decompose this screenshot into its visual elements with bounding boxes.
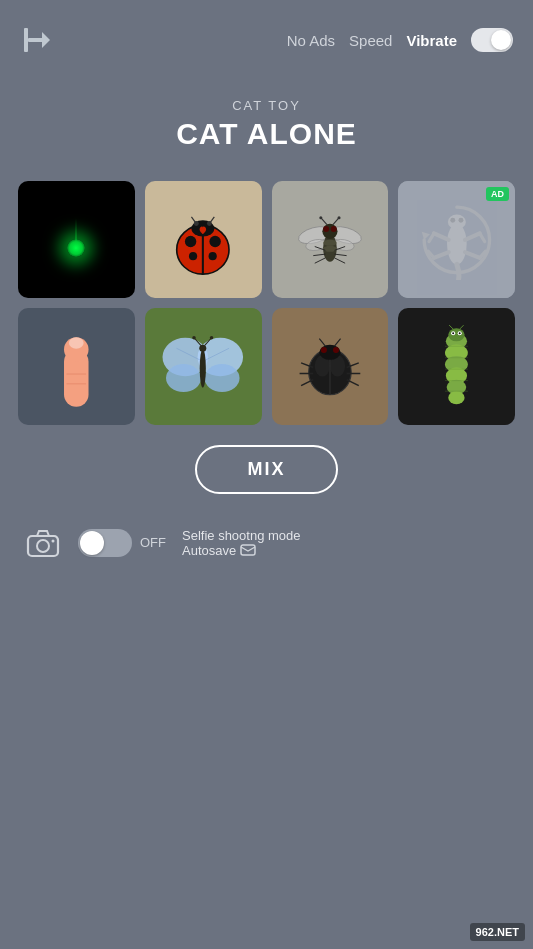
camera-icon[interactable] [24,524,62,562]
svg-point-7 [210,235,221,246]
svg-point-55 [166,364,201,392]
svg-marker-47 [421,231,429,239]
butterfly-icon [159,322,247,410]
svg-point-23 [323,226,329,232]
svg-point-101 [52,539,55,542]
svg-point-8 [189,252,197,260]
ad-badge: AD [486,187,509,201]
svg-point-21 [323,246,337,252]
game-grid: AD [0,181,533,425]
svg-point-20 [323,240,337,246]
svg-line-31 [315,258,326,263]
svg-line-73 [319,339,325,347]
selfie-toggle[interactable] [78,529,132,557]
svg-point-100 [37,540,49,552]
svg-point-24 [331,226,337,232]
svg-line-14 [210,216,215,223]
camera-toggle: OFF [78,529,166,557]
svg-rect-102 [241,545,255,555]
svg-line-38 [429,233,434,241]
svg-point-87 [448,329,464,342]
grid-item-ladybug[interactable] [145,181,262,298]
svg-point-45 [450,217,455,222]
top-controls: No Ads Speed Vibrate [287,28,513,52]
selfie-mode-text: Selfie shootng mode [182,528,301,543]
no-ads-label[interactable]: No Ads [287,32,335,49]
grid-item-finger[interactable] [18,308,135,425]
svg-point-60 [200,345,207,352]
svg-line-74 [334,339,340,347]
grid-item-fly[interactable] [272,181,389,298]
laser-dot [67,239,85,257]
finger-icon [50,325,103,407]
svg-point-91 [459,332,461,334]
grid-item-butterfly[interactable] [145,308,262,425]
svg-point-46 [458,217,463,222]
grid-item-laser[interactable] [18,181,135,298]
svg-point-64 [210,336,214,340]
fly-icon [292,201,368,277]
beetle-icon [292,328,368,404]
cat-alone-label: CAT ALONE [0,117,533,151]
svg-point-86 [448,391,464,404]
exit-button[interactable] [20,22,56,58]
grid-item-caterpillar[interactable] [398,308,515,425]
svg-line-92 [449,325,453,329]
mix-container: MIX [0,445,533,494]
svg-point-28 [337,217,340,220]
svg-line-13 [192,216,197,223]
selfie-info: Selfie shootng mode Autosave [182,528,301,558]
svg-line-39 [465,233,480,240]
caterpillar-icon [436,325,477,407]
svg-point-36 [448,214,466,229]
speed-label[interactable]: Speed [349,32,392,49]
watermark: 962.NET [470,923,525,941]
autosave-text: Autosave [182,543,301,558]
grid-item-gecko[interactable]: AD [398,181,515,298]
svg-point-59 [200,349,206,388]
cat-toy-label: CAT TOY [0,98,533,113]
svg-point-27 [319,217,322,220]
svg-line-41 [434,252,449,258]
svg-line-33 [334,255,346,257]
svg-point-35 [447,223,467,264]
vibrate-label: Vibrate [406,32,457,49]
vibrate-toggle[interactable] [471,28,513,52]
svg-point-50 [69,338,84,349]
svg-point-56 [205,364,240,392]
ladybug-icon [162,199,244,281]
svg-marker-2 [42,32,50,48]
gecko-icon [416,199,498,281]
svg-point-71 [321,347,327,353]
grid-item-beetle[interactable] [272,308,389,425]
mix-button[interactable]: MIX [195,445,337,494]
svg-point-90 [452,332,454,334]
off-label: OFF [140,535,166,550]
svg-point-63 [193,336,197,340]
svg-point-72 [333,347,339,353]
svg-point-6 [185,235,196,246]
svg-line-40 [480,233,485,241]
svg-line-93 [460,325,464,329]
top-bar: No Ads Speed Vibrate [0,0,533,68]
envelope-icon [240,543,256,557]
svg-rect-0 [24,28,28,52]
svg-line-30 [313,255,325,257]
title-section: CAT TOY CAT ALONE [0,98,533,151]
svg-line-37 [434,233,449,240]
bottom-section: OFF Selfie shootng mode Autosave [0,524,533,562]
svg-line-34 [334,258,345,263]
svg-line-43 [465,252,480,258]
svg-point-9 [209,252,217,260]
